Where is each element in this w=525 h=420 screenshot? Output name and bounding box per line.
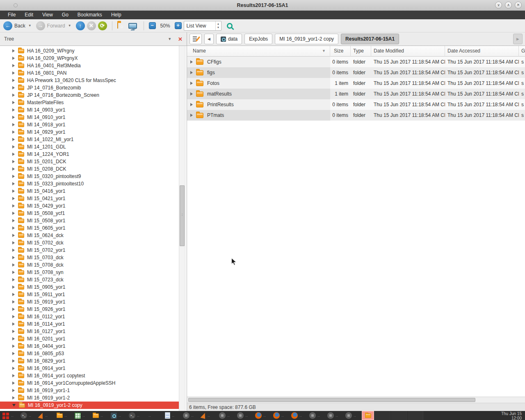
tree-item[interactable]: MI 16_0914_yor1CorrupuptedAppleSSH: [0, 379, 179, 387]
tree-item[interactable]: JP 14_0716_Bortezomib_Screen: [0, 91, 179, 99]
tree-item[interactable]: MI 16_0919_yor1-1: [0, 387, 179, 394]
expander-icon[interactable]: [12, 256, 15, 259]
scrollbar-thumb[interactable]: [188, 398, 475, 402]
tree-item[interactable]: MI 15_0624_dck: [0, 232, 179, 239]
tree-item[interactable]: MI 16_0805_p53: [0, 350, 179, 357]
taskbar-item-writer[interactable]: ‥: [163, 411, 181, 420]
tree-item[interactable]: MI 14_0929_yor1: [0, 128, 179, 136]
tree-vertical-scrollbar[interactable]: [179, 46, 185, 411]
expander-icon[interactable]: [12, 396, 15, 399]
spin-up-icon[interactable]: ▲: [217, 23, 219, 25]
expander-icon[interactable]: [12, 293, 15, 296]
taskbar-item-firefox[interactable]: ‥: [290, 411, 308, 420]
zoom-in-button[interactable]: +: [175, 22, 182, 29]
tree-item[interactable]: MI 15_0208_DCK: [0, 165, 179, 173]
column-header-date-modified[interactable]: Date Modified: [371, 46, 445, 57]
tree-item[interactable]: MI 15_0416_yor1: [0, 187, 179, 195]
tree-item[interactable]: MI 16_0919_yor1-2 copy: [0, 402, 179, 409]
menu-view[interactable]: View: [38, 11, 57, 19]
expander-icon[interactable]: [12, 101, 15, 104]
tree-item[interactable]: MI 15_0926_yor1: [0, 306, 179, 313]
menu-file[interactable]: File: [3, 11, 20, 19]
tree-item[interactable]: MI 14_1224_YOR1: [0, 151, 179, 158]
expander-icon[interactable]: [12, 138, 15, 141]
expander-icon[interactable]: [12, 212, 15, 215]
expander-icon[interactable]: [12, 64, 15, 67]
column-header-truncated[interactable]: G: [519, 46, 525, 57]
tree-item[interactable]: MI 15_0508_ycf1: [0, 210, 179, 217]
expander-icon[interactable]: [12, 197, 15, 200]
file-row[interactable]: matResults1 itemfolderThu 15 Jun 2017 11…: [187, 89, 525, 99]
forward-icon[interactable]: →: [36, 21, 45, 30]
tree-item[interactable]: MI 15_0605_yor1: [0, 224, 179, 232]
menu-edit[interactable]: Edit: [20, 11, 38, 19]
tree-item[interactable]: MI 16_0112_yor1: [0, 313, 179, 320]
taskbar-item-matlab[interactable]: ‥: [37, 411, 55, 420]
taskbar-item-calc[interactable]: ‥: [73, 411, 91, 420]
scrollbar-thumb[interactable]: [180, 185, 185, 246]
expander-icon[interactable]: [12, 160, 15, 163]
tree-item[interactable]: MI 15_0919_yor1: [0, 298, 179, 306]
view-mode-select[interactable]: List View ▲ ▼: [184, 21, 221, 31]
search-icon[interactable]: [227, 23, 233, 29]
taskbar-item-terminal[interactable]: ‥: [19, 411, 37, 420]
file-row[interactable]: CFfigs0 itemsfolderThu 15 Jun 2017 11:18…: [187, 57, 525, 67]
edit-path-button[interactable]: [189, 34, 202, 44]
taskbar-item-search-tool[interactable]: ‥: [109, 411, 127, 420]
minimize-button[interactable]: ∨: [495, 2, 502, 9]
tree-item[interactable]: HA 16_0801_PAN: [0, 69, 179, 77]
expander-icon[interactable]: [12, 241, 15, 244]
sort-indicator-icon[interactable]: ▼: [322, 46, 326, 56]
tree-item[interactable]: MI 16_0914_yor1 copytest: [0, 372, 179, 379]
tree-panel-dropdown-icon[interactable]: ▼: [168, 37, 171, 41]
path-segment-data[interactable]: data: [216, 34, 242, 44]
expander-icon[interactable]: [12, 219, 15, 222]
expander-icon[interactable]: [12, 330, 15, 333]
expander-icon[interactable]: [12, 374, 15, 377]
expander-icon[interactable]: [12, 285, 15, 289]
back-button[interactable]: Back: [14, 23, 25, 29]
file-row[interactable]: PrintResults0 itemsfolderThu 15 Jun 2017…: [187, 99, 525, 110]
file-row[interactable]: Fotos1 itemfolderThu 15 Jun 2017 11:18:5…: [187, 78, 525, 89]
tree-item[interactable]: MI 15_0323_pintooltest10: [0, 180, 179, 187]
expander-icon[interactable]: [190, 92, 193, 96]
tree-item[interactable]: MI 15_0508_yor1: [0, 217, 179, 224]
taskbar-item-folder[interactable]: ‥: [55, 411, 73, 420]
expander-icon[interactable]: [12, 167, 15, 171]
expander-icon[interactable]: [12, 263, 15, 267]
path-scroll-left-button[interactable]: ◀: [204, 34, 214, 44]
taskbar-item-appwin[interactable]: ‥: [344, 411, 362, 420]
expander-icon[interactable]: [12, 94, 15, 97]
expander-icon[interactable]: [12, 278, 15, 281]
expander-icon[interactable]: [12, 337, 15, 340]
taskbar-item-folder[interactable]: ‥: [91, 411, 109, 420]
expander-open-icon[interactable]: [12, 404, 16, 406]
tree-item[interactable]: MI 14_1022_MI_yor1: [0, 136, 179, 143]
expander-icon[interactable]: [12, 249, 15, 252]
taskbar-item-folder-active[interactable]: [362, 411, 374, 420]
expander-icon[interactable]: [190, 71, 193, 74]
tree-item[interactable]: MI 15_0702_dck: [0, 239, 179, 247]
expander-icon[interactable]: [12, 226, 15, 230]
taskbar-item-appwin[interactable]: ‥: [235, 411, 253, 420]
expander-icon[interactable]: [12, 145, 15, 148]
expander-icon[interactable]: [12, 204, 15, 208]
tree-item[interactable]: MI 16_0127_yor1: [0, 328, 179, 335]
path-segment-expjobs[interactable]: ExpJobs: [244, 34, 272, 44]
tree-item[interactable]: MI 15_0911_yor1: [0, 291, 179, 298]
expander-icon[interactable]: [12, 381, 15, 385]
path-segment-folder[interactable]: MI 16_0919_yor1-2 copy: [275, 34, 338, 44]
tree-item[interactable]: MI 15_0429_yor1: [0, 202, 179, 210]
tree-item[interactable]: MI 15_0708_dck: [0, 261, 179, 269]
expander-icon[interactable]: [190, 114, 193, 117]
tree-panel-close-icon[interactable]: ✕: [178, 36, 183, 42]
tree-item[interactable]: MI 16_0114_yor1: [0, 320, 179, 328]
expander-icon[interactable]: [12, 57, 15, 60]
taskbar-item-appwin[interactable]: ‥: [181, 411, 199, 420]
tree-item[interactable]: MI 15_0723_dck: [0, 276, 179, 283]
menu-bookmarks[interactable]: Bookmarks: [73, 11, 107, 19]
stop-button[interactable]: ✕: [87, 21, 96, 30]
taskbar-item-firefox[interactable]: ‥: [253, 411, 272, 420]
expander-icon[interactable]: [12, 322, 15, 326]
expander-icon[interactable]: [190, 103, 193, 106]
